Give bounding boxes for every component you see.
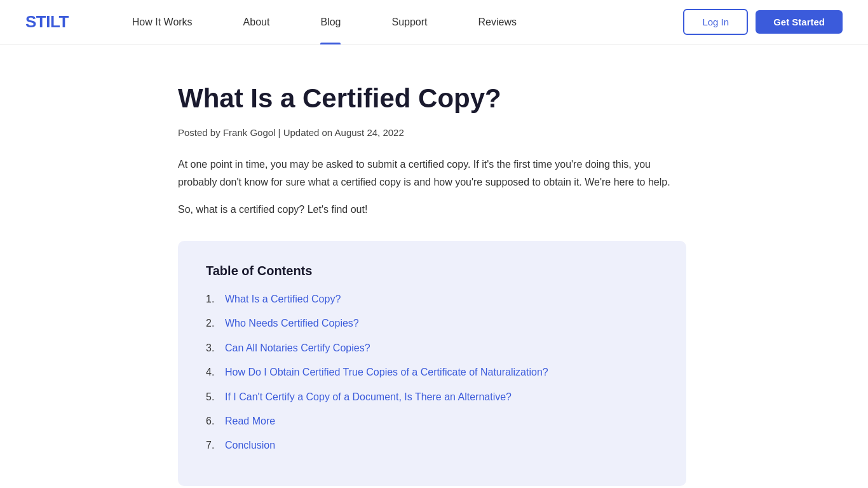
toc-link-7[interactable]: Conclusion: [225, 438, 275, 452]
brand-logo[interactable]: STILT: [25, 12, 69, 32]
get-started-button[interactable]: Get Started: [756, 10, 843, 34]
main-content: What Is a Certified Copy? Posted by Fran…: [0, 44, 868, 488]
toc-item-2: Who Needs Certified Copies?: [206, 316, 658, 330]
login-button[interactable]: Log In: [683, 9, 748, 35]
toc-title: Table of Contents: [206, 264, 658, 278]
article-title: What Is a Certified Copy?: [178, 83, 843, 114]
toc-item-3: Can All Notaries Certify Copies?: [206, 341, 658, 355]
toc-link-4[interactable]: How Do I Obtain Certified True Copies of…: [225, 365, 548, 379]
nav-link-about[interactable]: About: [218, 0, 295, 44]
nav-link-support[interactable]: Support: [366, 0, 452, 44]
nav-link-reviews[interactable]: Reviews: [453, 0, 542, 44]
toc-list: What Is a Certified Copy? Who Needs Cert…: [206, 292, 658, 453]
nav-link-blog[interactable]: Blog: [295, 0, 366, 44]
toc-item-4: How Do I Obtain Certified True Copies of…: [206, 365, 658, 379]
toc-item-5: If I Can't Certify a Copy of a Document,…: [206, 390, 658, 404]
toc-link-2[interactable]: Who Needs Certified Copies?: [225, 316, 359, 330]
article-intro-2: So, what is a certified copy? Let's find…: [178, 201, 686, 218]
toc-item-7: Conclusion: [206, 438, 658, 452]
toc-link-6[interactable]: Read More: [225, 414, 275, 428]
toc-link-3[interactable]: Can All Notaries Certify Copies?: [225, 341, 370, 355]
nav-link-how-it-works[interactable]: How It Works: [107, 0, 218, 44]
toc-link-1[interactable]: What Is a Certified Copy?: [225, 292, 341, 306]
toc-item-1: What Is a Certified Copy?: [206, 292, 658, 306]
article-meta: Posted by Frank Gogol | Updated on Augus…: [178, 127, 843, 138]
nav-actions: Log In Get Started: [683, 9, 843, 35]
nav-links: How It Works About Blog Support Reviews: [107, 0, 684, 44]
navbar: STILT How It Works About Blog Support Re…: [0, 0, 868, 44]
table-of-contents: Table of Contents What Is a Certified Co…: [178, 241, 686, 486]
toc-item-6: Read More: [206, 414, 658, 428]
article-intro-1: At one point in time, you may be asked t…: [178, 156, 686, 190]
toc-link-5[interactable]: If I Can't Certify a Copy of a Document,…: [225, 390, 512, 404]
